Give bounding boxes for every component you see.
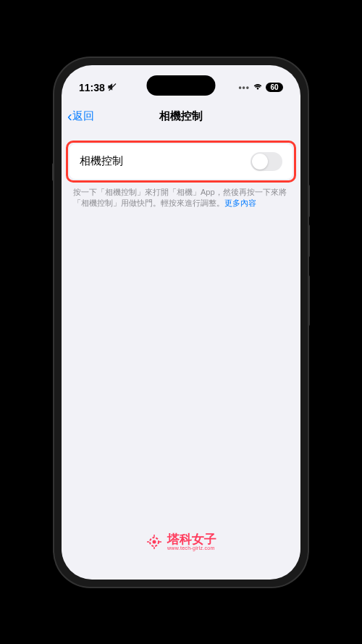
phone-volume-down (308, 225, 310, 257)
phone-frame: 11:38 ••• 60 ‹ (54, 58, 308, 587)
navigation-bar: ‹ 返回 相機控制 (62, 101, 300, 132)
camera-control-label: 相機控制 (80, 154, 123, 168)
watermark: 塔科女子 www.tech-girlz.com (146, 533, 216, 551)
cellular-icon: ••• (238, 83, 250, 93)
phone-volume-up (308, 185, 310, 217)
status-bar-right: ••• 60 (238, 83, 283, 93)
watermark-text: 塔科女子 www.tech-girlz.com (167, 533, 216, 551)
status-time: 11:38 (79, 82, 105, 93)
phone-power-button (308, 275, 310, 326)
status-bar-left: 11:38 (79, 82, 117, 93)
setting-description: 按一下「相機控制」來打開「相機」App，然後再按一下來將「相機控制」用做快門。輕… (62, 183, 300, 209)
camera-control-row[interactable]: 相機控制 (70, 144, 292, 179)
chevron-left-icon: ‹ (67, 108, 72, 125)
highlight-annotation: 相機控制 (66, 141, 296, 183)
back-button[interactable]: ‹ 返回 (67, 108, 94, 125)
watermark-logo-icon (146, 533, 163, 551)
phone-side-button (52, 163, 54, 181)
wifi-icon (253, 83, 263, 93)
camera-control-toggle[interactable] (251, 152, 282, 171)
settings-content: 相機控制 按一下「相機控制」來打開「相機」App，然後再按一下來將「相機控制」用… (62, 132, 300, 209)
dynamic-island (147, 75, 216, 96)
battery-level: 60 (266, 83, 283, 92)
phone-screen: 11:38 ••• 60 ‹ (62, 65, 300, 580)
back-label: 返回 (72, 109, 94, 123)
toggle-knob (252, 154, 268, 170)
silent-mode-icon (108, 83, 117, 93)
watermark-url: www.tech-girlz.com (167, 545, 216, 551)
svg-point-2 (153, 540, 156, 543)
page-title: 相機控制 (159, 109, 203, 123)
watermark-brand: 塔科女子 (167, 533, 216, 545)
more-info-link[interactable]: 更多內容 (224, 198, 256, 207)
